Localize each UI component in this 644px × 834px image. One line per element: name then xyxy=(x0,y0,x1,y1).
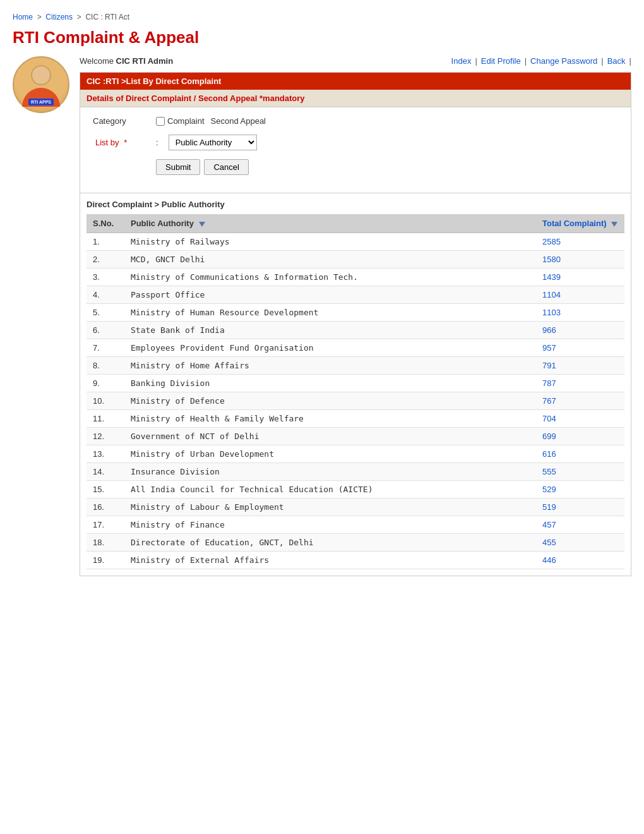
welcome-nav: Welcome CIC RTI Admin Index | Edit Profi… xyxy=(80,56,631,66)
cell-total[interactable]: 519 xyxy=(536,499,624,516)
table-body: 1.Ministry of Railways25852.MCD, GNCT De… xyxy=(86,233,624,569)
cell-authority: Ministry of Defence xyxy=(124,392,536,410)
cell-authority: Directorate of Education, GNCT, Delhi xyxy=(124,534,536,552)
second-appeal-radio-label[interactable]: Second Appeal xyxy=(211,116,266,126)
cell-total[interactable]: 455 xyxy=(536,534,624,552)
table-header: S.No. Public Authority Total Complaint) xyxy=(86,214,624,233)
nav-sep-1: | xyxy=(475,56,477,66)
cell-sno: 10. xyxy=(86,392,124,410)
cell-total[interactable]: 787 xyxy=(536,375,624,392)
table-row: 7.Employees Provident Fund Organisation9… xyxy=(86,339,624,357)
second-appeal-label: Second Appeal xyxy=(211,116,266,126)
cell-sno: 16. xyxy=(86,499,124,516)
cell-total[interactable]: 2585 xyxy=(536,233,624,251)
cell-sno: 11. xyxy=(86,410,124,428)
nav-sep-3: | xyxy=(601,56,603,66)
cell-sno: 6. xyxy=(86,322,124,339)
table-row: 16.Ministry of Labour & Employment519 xyxy=(86,499,624,516)
cell-total[interactable]: 1104 xyxy=(536,286,624,304)
cell-sno: 12. xyxy=(86,428,124,445)
form-buttons: Submit Cancel xyxy=(156,159,249,175)
cell-total[interactable]: 699 xyxy=(536,428,624,445)
cell-sno: 4. xyxy=(86,286,124,304)
cell-authority: Ministry of Communications & Information… xyxy=(124,269,536,286)
cell-total[interactable]: 529 xyxy=(536,481,624,499)
cell-sno: 17. xyxy=(86,516,124,534)
cell-total[interactable]: 446 xyxy=(536,552,624,569)
category-label: Category xyxy=(93,116,156,126)
table-row: 11.Ministry of Health & Family Welfare70… xyxy=(86,410,624,428)
breadcrumb: Home > Citizens > CIC : RTI Act xyxy=(13,13,631,21)
nav-change-password[interactable]: Change Password xyxy=(530,56,597,66)
listby-label: List by * xyxy=(93,138,156,147)
cell-sno: 15. xyxy=(86,481,124,499)
table-row: 18.Directorate of Education, GNCT, Delhi… xyxy=(86,534,624,552)
cell-authority: Ministry of Home Affairs xyxy=(124,357,536,375)
complaint-checkbox[interactable] xyxy=(156,117,165,126)
table-row: 15.All India Council for Technical Educa… xyxy=(86,481,624,499)
page-title: RTI Complaint & Appeal xyxy=(13,28,631,47)
colon: : xyxy=(156,138,158,147)
complaint-radio-label[interactable]: Complaint xyxy=(156,116,205,126)
breadcrumb-home[interactable]: Home xyxy=(13,13,33,21)
cell-total[interactable]: 1439 xyxy=(536,269,624,286)
cell-total[interactable]: 457 xyxy=(536,516,624,534)
form-controls-listby: : Public Authority State Year Month xyxy=(156,135,257,150)
table-row: 14.Insurance Division555 xyxy=(86,463,624,481)
cell-sno: 3. xyxy=(86,269,124,286)
avatar: RTI APPS xyxy=(13,56,69,113)
form-area: Category Complaint Second Appeal xyxy=(80,107,631,193)
cell-sno: 18. xyxy=(86,534,124,552)
total-filter-icon[interactable] xyxy=(611,222,617,227)
nav-links: Index | Edit Profile | Change Password |… xyxy=(451,56,631,66)
cell-total[interactable]: 966 xyxy=(536,322,624,339)
cell-authority: Ministry of Finance xyxy=(124,516,536,534)
cell-total[interactable]: 616 xyxy=(536,445,624,463)
complaint-label: Complaint xyxy=(167,116,205,126)
breadcrumb-citizens[interactable]: Citizens xyxy=(45,13,73,21)
main-content: Welcome CIC RTI Admin Index | Edit Profi… xyxy=(80,56,631,576)
cell-total[interactable]: 1580 xyxy=(536,251,624,269)
listby-select[interactable]: Public Authority State Year Month xyxy=(169,135,257,150)
cell-total[interactable]: 704 xyxy=(536,410,624,428)
nav-index[interactable]: Index xyxy=(451,56,472,66)
avatar-badge: RTI APPS xyxy=(28,99,54,106)
table-row: 3.Ministry of Communications & Informati… xyxy=(86,269,624,286)
cell-sno: 7. xyxy=(86,339,124,357)
cell-sno: 5. xyxy=(86,304,124,322)
table-row: 17.Ministry of Finance457 xyxy=(86,516,624,534)
cell-authority: Government of NCT of Delhi xyxy=(124,428,536,445)
cell-total[interactable]: 957 xyxy=(536,339,624,357)
cell-sno: 8. xyxy=(86,357,124,375)
cell-total[interactable]: 767 xyxy=(536,392,624,410)
cell-sno: 2. xyxy=(86,251,124,269)
nav-sep-2: | xyxy=(525,56,527,66)
cancel-button[interactable]: Cancel xyxy=(204,159,248,175)
nav-edit-profile[interactable]: Edit Profile xyxy=(481,56,521,66)
cell-total[interactable]: 1103 xyxy=(536,304,624,322)
cell-authority: Ministry of Railways xyxy=(124,233,536,251)
breadcrumb-cic: CIC : RTI Act xyxy=(85,13,129,21)
section-header: CIC :RTI >List By Direct Complaint xyxy=(80,73,631,90)
form-controls-category: Complaint Second Appeal xyxy=(156,116,266,126)
authority-filter-icon[interactable] xyxy=(199,222,205,227)
cell-authority: All India Council for Technical Educatio… xyxy=(124,481,536,499)
table-row: 13.Ministry of Urban Development616 xyxy=(86,445,624,463)
cell-authority: MCD, GNCT Delhi xyxy=(124,251,536,269)
nav-back[interactable]: Back xyxy=(607,56,626,66)
table-row: 5.Ministry of Human Resource Development… xyxy=(86,304,624,322)
cell-total[interactable]: 791 xyxy=(536,357,624,375)
cell-authority: Passport Office xyxy=(124,286,536,304)
welcome-text: Welcome CIC RTI Admin xyxy=(80,56,173,66)
cell-sno: 14. xyxy=(86,463,124,481)
table-row: 12.Government of NCT of Delhi699 xyxy=(86,428,624,445)
table-section: Direct Complaint > Public Authority S.No… xyxy=(80,193,631,576)
cell-authority: Banking Division xyxy=(124,375,536,392)
form-category-row: Category Complaint Second Appeal xyxy=(93,116,618,126)
form-listby-row: List by * : Public Authority State Year … xyxy=(93,135,618,150)
cell-total[interactable]: 555 xyxy=(536,463,624,481)
table-row: 2.MCD, GNCT Delhi1580 xyxy=(86,251,624,269)
cell-authority: Ministry of Urban Development xyxy=(124,445,536,463)
table-row: 6.State Bank of India966 xyxy=(86,322,624,339)
submit-button[interactable]: Submit xyxy=(156,159,200,175)
